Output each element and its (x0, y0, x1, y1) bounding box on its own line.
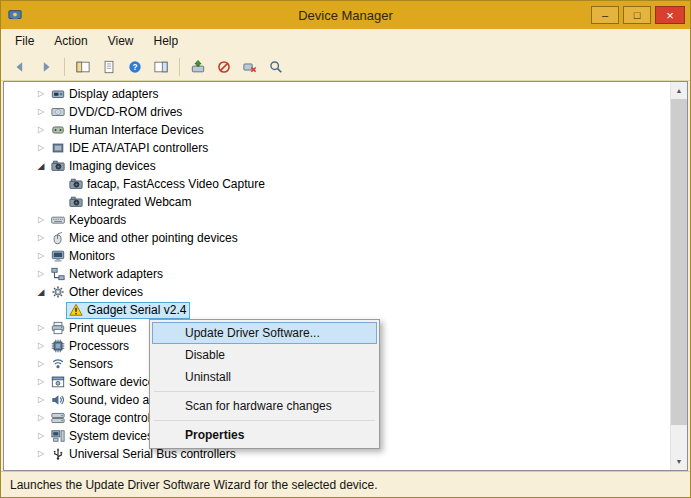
tree-item[interactable]: facap, FastAccess Video Capture (4, 175, 670, 193)
disable-device-button[interactable] (212, 55, 236, 79)
help-button[interactable]: ? (123, 55, 147, 79)
show-console-tree-button[interactable] (71, 55, 95, 79)
expand-arrow-icon[interactable]: ▷ (34, 324, 48, 332)
menu-separator (154, 391, 375, 392)
tree-item-body[interactable]: Monitors (48, 248, 119, 265)
expand-arrow-icon[interactable]: ▷ (34, 378, 48, 386)
menu-item-file[interactable]: File (5, 30, 44, 52)
menu-item-help[interactable]: Help (144, 30, 189, 52)
tree-item-body[interactable]: Display adapters (48, 86, 162, 103)
tree-item-body[interactable]: System devices (48, 428, 157, 445)
expand-arrow-icon[interactable]: ▷ (34, 360, 48, 368)
tree-item[interactable]: ▷Keyboards (4, 211, 670, 229)
scroll-down-icon[interactable]: ▼ (671, 453, 687, 470)
tree-item-label: Other devices (69, 286, 143, 298)
maximize-button[interactable]: □ (623, 6, 651, 24)
expand-arrow-icon[interactable]: ▷ (34, 414, 48, 422)
tree-item-body[interactable]: Processors (48, 338, 133, 355)
tree-item-label: DVD/CD-ROM drives (69, 106, 182, 118)
tree-item[interactable]: ▷DVD/CD-ROM drives (4, 103, 670, 121)
expand-arrow-icon[interactable]: ▷ (34, 234, 48, 242)
tree-item[interactable]: ▷Mice and other pointing devices (4, 229, 670, 247)
scan-icon (269, 60, 283, 74)
collapse-arrow-icon[interactable]: ◢ (34, 288, 48, 297)
collapse-arrow-icon[interactable]: ◢ (34, 162, 48, 171)
expand-arrow-icon[interactable]: ▷ (34, 216, 48, 224)
context-menu-item-disable[interactable]: Disable (152, 344, 377, 366)
scan-hardware-changes-button[interactable] (264, 55, 288, 79)
tree-item-body[interactable]: Mice and other pointing devices (48, 230, 242, 247)
tree-item-body[interactable]: Integrated Webcam (66, 194, 196, 211)
minimize-button[interactable]: – (591, 6, 619, 24)
expand-arrow-icon[interactable]: ▷ (34, 144, 48, 152)
tree-item[interactable]: ▷IDE ATA/ATAPI controllers (4, 139, 670, 157)
tree-item[interactable]: Gadget Serial v2.4 (4, 301, 670, 319)
storage-icon (50, 411, 65, 426)
tree-item[interactable]: ▷Network adapters (4, 265, 670, 283)
toolbar-separator (179, 58, 180, 76)
update-driver-icon (191, 60, 205, 74)
menu-item-view[interactable]: View (98, 30, 144, 52)
tree-item-body[interactable]: Keyboards (48, 212, 130, 229)
scrollbar-thumb[interactable] (671, 99, 687, 425)
device-manager-icon (6, 6, 24, 24)
tree-item-body[interactable]: Sensors (48, 356, 117, 373)
expand-arrow-icon[interactable]: ▷ (34, 252, 48, 260)
tree-item-body[interactable]: IDE ATA/ATAPI controllers (48, 140, 212, 157)
tree-item-label: Keyboards (69, 214, 126, 226)
tree-item[interactable]: ◢Imaging devices (4, 157, 670, 175)
document-icon (102, 60, 116, 74)
selected-tree-item[interactable]: Gadget Serial v2.4 (66, 302, 190, 319)
expand-arrow-icon[interactable]: ▷ (34, 432, 48, 440)
tree-item-body[interactable]: facap, FastAccess Video Capture (66, 176, 269, 193)
tree-item-label: Network adapters (69, 268, 163, 280)
tree-item-body[interactable]: Network adapters (48, 266, 167, 283)
show-action-pane-button[interactable] (149, 55, 173, 79)
scroll-up-icon[interactable]: ▲ (671, 82, 687, 99)
tree-item-body[interactable]: Imaging devices (48, 158, 160, 175)
tree-item-label: Human Interface Devices (69, 124, 204, 136)
context-menu-item-scan-for-hardware-changes[interactable]: Scan for hardware changes (152, 395, 377, 417)
tree-item-label: System devices (69, 430, 153, 442)
expand-arrow-icon[interactable]: ▷ (34, 342, 48, 350)
menu-bar: FileActionViewHelp (1, 29, 690, 53)
context-menu-item-uninstall[interactable]: Uninstall (152, 366, 377, 388)
uninstall-device-button[interactable] (238, 55, 262, 79)
tree-item[interactable]: ▷Monitors (4, 247, 670, 265)
expand-arrow-icon[interactable]: ▷ (34, 450, 48, 458)
expand-arrow-icon[interactable]: ▷ (34, 396, 48, 404)
back-button[interactable] (8, 55, 32, 79)
forward-button[interactable] (34, 55, 58, 79)
title-bar[interactable]: Device Manager – □ × (1, 1, 690, 29)
tree-item-body[interactable]: Human Interface Devices (48, 122, 208, 139)
close-button[interactable]: × (655, 6, 685, 24)
tree-item-body[interactable]: Other devices (48, 284, 147, 301)
vertical-scrollbar[interactable]: ▲ ▼ (670, 82, 687, 470)
tree-item-label: Mice and other pointing devices (69, 232, 238, 244)
tree-item-body[interactable]: DVD/CD-ROM drives (48, 104, 186, 121)
export-list-button[interactable] (97, 55, 121, 79)
tree-item-label: Imaging devices (69, 160, 156, 172)
software-icon (50, 375, 65, 390)
expand-arrow-icon[interactable]: ▷ (34, 126, 48, 134)
tree-item[interactable]: ▷Display adapters (4, 85, 670, 103)
tree-item[interactable]: ▷Human Interface Devices (4, 121, 670, 139)
tree-item-body[interactable]: Print queues (48, 320, 140, 337)
toolbar-separator (64, 58, 65, 76)
context-menu-item-properties[interactable]: Properties (152, 424, 377, 446)
menu-item-action[interactable]: Action (44, 30, 97, 52)
expand-arrow-icon[interactable]: ▷ (34, 108, 48, 116)
context-menu-item-update-driver-software[interactable]: Update Driver Software... (152, 322, 377, 344)
keyboard-icon (50, 213, 65, 228)
tree-item-label: Processors (69, 340, 129, 352)
device-manager-window: Device Manager – □ × FileActionViewHelp … (0, 0, 691, 498)
expand-arrow-icon[interactable]: ▷ (34, 90, 48, 98)
network-icon (50, 267, 65, 282)
toolbar: ? (1, 53, 690, 81)
tree-item[interactable]: ◢Other devices (4, 283, 670, 301)
tree-item[interactable]: Integrated Webcam (4, 193, 670, 211)
expand-arrow-icon[interactable]: ▷ (34, 270, 48, 278)
tree-item-body[interactable]: Software devices (48, 374, 164, 391)
tree-item-label: Print queues (69, 322, 136, 334)
update-driver-button[interactable] (186, 55, 210, 79)
